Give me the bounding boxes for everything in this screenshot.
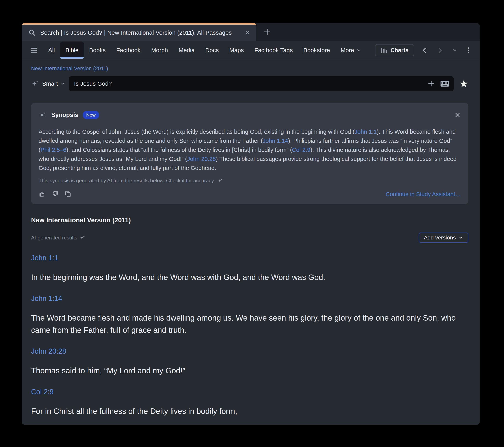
result-text: In the beginning was the Word, and the W… bbox=[31, 271, 468, 283]
tab-strip: Search | Is Jesus God? | New Internation… bbox=[22, 23, 480, 41]
hamburger-menu-button[interactable] bbox=[26, 41, 43, 60]
synopsis-title: Synopsis bbox=[51, 112, 78, 119]
search-result: John 1:14 The Word became flesh and made… bbox=[31, 294, 468, 336]
plus-icon bbox=[263, 28, 271, 36]
chevron-down-icon bbox=[61, 81, 65, 86]
result-text: Thomas said to him, “My Lord and my God!… bbox=[31, 365, 468, 377]
ai-sparkle-icon bbox=[31, 79, 39, 88]
charts-label: Charts bbox=[390, 47, 409, 54]
result-text: For in Christ all the fullness of the De… bbox=[31, 405, 468, 417]
thumbs-up-icon[interactable] bbox=[38, 190, 46, 198]
kebab-menu-icon[interactable] bbox=[465, 47, 473, 54]
result-ref-john-1-14[interactable]: John 1:14 bbox=[31, 294, 62, 303]
add-versions-label: Add versions bbox=[424, 235, 456, 241]
synopsis-card: Synopsis New According to the Gospel of … bbox=[31, 103, 468, 204]
verse-link-john-20-28[interactable]: John 20:28 bbox=[187, 156, 216, 162]
menu-tab-bookstore[interactable]: Bookstore bbox=[298, 41, 335, 60]
version-link[interactable]: New International Version (2011) bbox=[31, 66, 108, 72]
new-badge: New bbox=[83, 111, 99, 119]
app-window: Search | Is Jesus God? | New Internation… bbox=[22, 23, 480, 425]
search-result: John 1:1 In the beginning was the Word, … bbox=[31, 254, 468, 283]
menu-tab-factbook-tags[interactable]: Factbook Tags bbox=[249, 41, 298, 60]
favorite-star-icon[interactable]: ★ bbox=[459, 78, 468, 89]
continue-study-assistant-link[interactable]: Continue in Study Assistant… bbox=[386, 191, 461, 198]
search-mode-label: Smart bbox=[42, 80, 58, 87]
menu-bar: All Bible Books Factbook Morph Media Doc… bbox=[22, 41, 480, 60]
search-icon bbox=[28, 29, 36, 37]
results-heading: New International Version (2011) bbox=[31, 216, 468, 224]
result-ref-john-20-28[interactable]: John 20:28 bbox=[31, 347, 66, 355]
search-mode-dropdown[interactable]: Smart bbox=[31, 79, 69, 88]
results-bar: AI-generated results Add versions bbox=[31, 233, 468, 243]
forward-button[interactable] bbox=[435, 47, 445, 54]
result-ref-col-2-9[interactable]: Col 2:9 bbox=[31, 388, 54, 396]
ai-sparkle-icon bbox=[80, 235, 86, 241]
add-versions-button[interactable]: Add versions bbox=[419, 233, 468, 243]
result-text: The Word became flesh and made his dwell… bbox=[31, 312, 468, 336]
search-panel: New International Version (2011) Smart bbox=[22, 60, 480, 417]
chevron-down-icon bbox=[459, 235, 463, 240]
menu-tab-bible[interactable]: Bible bbox=[60, 41, 84, 59]
back-button[interactable] bbox=[420, 47, 429, 54]
close-tab-icon[interactable] bbox=[245, 30, 251, 36]
search-input[interactable] bbox=[74, 80, 422, 87]
bar-chart-icon bbox=[380, 47, 387, 54]
verse-link-john-1-1[interactable]: John 1:1 bbox=[355, 128, 377, 135]
search-result: John 20:28 Thomas said to him, “My Lord … bbox=[31, 347, 468, 377]
copy-icon[interactable] bbox=[65, 190, 72, 198]
search-box bbox=[69, 76, 454, 91]
tab-title: Search | Is Jesus God? | New Internation… bbox=[40, 29, 232, 36]
history-dropdown-button[interactable] bbox=[451, 47, 459, 53]
search-tab[interactable]: Search | Is Jesus God? | New Internation… bbox=[22, 23, 256, 41]
ai-sparkle-icon bbox=[217, 178, 223, 184]
verse-link-john-1-14[interactable]: John 1:14 bbox=[263, 137, 288, 144]
search-row: Smart bbox=[31, 76, 468, 91]
ai-generated-label: AI-generated results bbox=[31, 235, 86, 241]
chevron-down-icon bbox=[356, 48, 361, 53]
more-label: More bbox=[341, 47, 354, 54]
menu-tab-factbook[interactable]: Factbook bbox=[111, 41, 146, 60]
add-search-icon[interactable] bbox=[427, 80, 435, 88]
synopsis-text: According to the Gospel of John, Jesus (… bbox=[38, 127, 461, 172]
thumbs-down-icon[interactable] bbox=[52, 190, 59, 198]
ai-disclaimer: This synopsis is generated by AI from th… bbox=[38, 178, 461, 184]
menu-tab-docs[interactable]: Docs bbox=[200, 41, 224, 60]
verse-link-phil-2-5-6[interactable]: Phil 2:5–6 bbox=[40, 147, 66, 153]
menu-tab-books[interactable]: Books bbox=[84, 41, 111, 60]
ai-sparkle-icon bbox=[38, 111, 47, 119]
menu-tab-all[interactable]: All bbox=[43, 41, 60, 60]
menu-tab-media[interactable]: Media bbox=[173, 41, 200, 60]
search-result: Col 2:9 For in Christ all the fullness o… bbox=[31, 388, 468, 417]
keyboard-icon[interactable] bbox=[440, 80, 449, 87]
menu-tab-morph[interactable]: Morph bbox=[146, 41, 173, 60]
menu-tab-more[interactable]: More bbox=[335, 41, 366, 60]
charts-button[interactable]: Charts bbox=[375, 44, 414, 56]
result-ref-john-1-1[interactable]: John 1:1 bbox=[31, 254, 58, 262]
new-tab-button[interactable] bbox=[256, 23, 278, 41]
verse-link-col-2-9[interactable]: Col 2:9 bbox=[292, 147, 310, 153]
menu-tab-maps[interactable]: Maps bbox=[224, 41, 249, 60]
close-synopsis-icon[interactable] bbox=[454, 112, 461, 118]
hamburger-icon bbox=[31, 47, 38, 53]
